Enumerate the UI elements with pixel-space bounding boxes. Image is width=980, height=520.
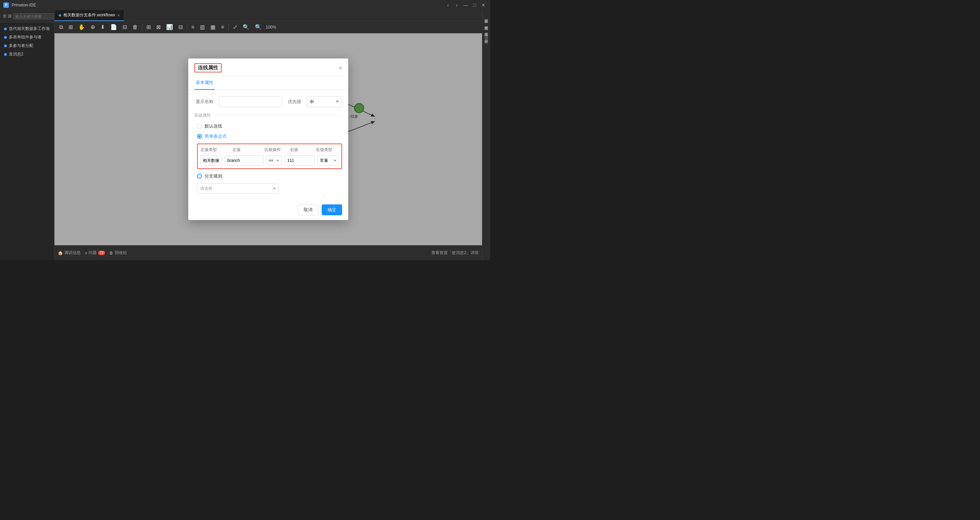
simple-expression-radio[interactable]	[197, 134, 202, 139]
close-btn[interactable]: ✕	[480, 2, 487, 8]
app-icon: P	[3, 2, 9, 8]
chart-btn[interactable]: 📊	[165, 23, 174, 31]
right-value-input[interactable]	[284, 155, 315, 166]
confirm-button[interactable]: 确定	[322, 205, 342, 215]
add-btn[interactable]: ⊕	[89, 23, 96, 31]
toolbar-divider3	[228, 24, 229, 31]
delete-btn[interactable]: 🗑	[131, 24, 139, 31]
right-tab-datasource[interactable]: 数据源	[482, 14, 490, 19]
recycle-label: 回收站	[115, 250, 127, 256]
align-center-btn[interactable]: ▥	[199, 23, 206, 31]
left-value-header: 左值	[232, 147, 262, 153]
left-sidebar: 资 源 ⊞ ↻ ≡ ▤ 迭代相关数据多工作项 多表单组件参与者 多参与者分配	[0, 10, 54, 260]
simple-expression-row: 简单表达式	[194, 133, 342, 140]
workflow-canvas[interactable]: 👤 人工活动2 👤 人工活动3 结束 连线属性 ×	[54, 33, 482, 245]
zoom-out-btn[interactable]: 🔍	[254, 23, 263, 31]
right-sidebar: 数据源 离线资源 三方服务 命名SQ	[482, 10, 490, 260]
modal-close-btn[interactable]: ×	[338, 65, 342, 71]
branch-rule-select[interactable]: 请选择	[197, 183, 279, 193]
bars-btn[interactable]: ▦	[209, 23, 217, 31]
table2-btn[interactable]: ⊠	[155, 23, 162, 31]
nav-forward-btn[interactable]: ›	[453, 2, 460, 8]
display-name-label: 显示名称	[194, 98, 213, 105]
modal-title: 连线属性	[194, 63, 221, 73]
branch-rule-label: 分支规则	[205, 173, 222, 179]
fullscreen-btn[interactable]: ⤢	[231, 23, 239, 31]
list-item[interactable]: 多表单组件参与者	[0, 33, 54, 41]
copy-btn[interactable]: ⧉	[58, 24, 64, 31]
right-type-header: 右值类型	[316, 147, 339, 153]
list-icon: ≡	[85, 250, 87, 255]
toolbar: ⧉ ⊞ ✋ ⊕ ⬇ 📄 ⊟ 🗑 ⊞ ⊠ 📊 ⊟ ≡ ▥ ▦ ≡ ⤢ 🔍 🔍 10…	[54, 21, 482, 33]
main-layout: 资 源 ⊞ ↻ ≡ ▤ 迭代相关数据多工作项 多表单组件参与者 多参与者分配	[0, 10, 490, 260]
list-item[interactable]: 发消息2	[0, 50, 54, 59]
branch-rule-option-row: 分支规则	[194, 173, 342, 179]
right-tab-offline[interactable]: 离线资源	[482, 21, 490, 26]
home-icon: 🏠	[58, 250, 63, 255]
minimize-btn[interactable]: —	[462, 2, 469, 8]
priority-label: 优先级	[288, 98, 301, 105]
right-tab-third-party[interactable]: 三方服务	[482, 27, 490, 33]
right-type-select[interactable]: 常量 流程变量 相关数据	[318, 155, 339, 166]
right-value-header: 右值	[290, 147, 313, 153]
workflow-tab-icon: ◆	[59, 13, 61, 17]
advanced-section-divider: 高级属性	[194, 113, 342, 118]
priority-group: 优先级 低 中 高	[288, 96, 342, 107]
right-tab-named-sq[interactable]: 命名SQ	[482, 34, 490, 45]
problems-item[interactable]: ≡ 问题 72	[85, 250, 105, 256]
expression-table: 左值类型 左值 比较操作 右值 右值类型 相关数据 流程变量 常量	[197, 144, 342, 169]
debug-label: 调试信息	[64, 250, 81, 256]
app-title: Primeton-IDE	[11, 3, 36, 8]
tab-close-btn[interactable]: ×	[117, 13, 120, 18]
file-btn[interactable]: 📄	[109, 23, 118, 31]
default-connection-label: 默认连线	[205, 123, 222, 129]
status-bar: 🏠 调试信息 ≡ 问题 72 🗑 回收站 查看资源「发消息2」详情	[54, 245, 482, 260]
minus-btn[interactable]: ⊟	[121, 23, 128, 31]
maximize-btn[interactable]: □	[471, 2, 478, 8]
default-connection-checkbox[interactable]	[197, 124, 202, 128]
tab-basic-properties[interactable]: 基本属性	[194, 76, 215, 90]
modal-tabs: 基本属性	[188, 76, 348, 90]
default-connection-row: 默认连线	[194, 123, 342, 129]
problems-label: 问题	[89, 250, 97, 256]
compare-op-header: 比较操作	[264, 147, 287, 153]
hand-btn[interactable]: ✋	[77, 23, 86, 31]
zoom-level: 100%	[266, 25, 277, 30]
toolbar-divider2	[187, 24, 187, 31]
cancel-button[interactable]: 取消	[298, 205, 318, 215]
simple-expression-label: 简单表达式	[205, 133, 227, 140]
left-value-input[interactable]	[224, 155, 264, 166]
tab-workflow[interactable]: ◆ 相关数据分支条件.workflowx ×	[54, 10, 124, 21]
toolbar-divider	[142, 24, 142, 31]
dot-icon	[4, 27, 7, 30]
priority-select[interactable]: 低 中 高	[307, 96, 342, 107]
expr-headers: 左值类型 左值 比较操作 右值 右值类型	[200, 147, 339, 153]
display-name-input[interactable]	[219, 96, 282, 107]
compare-op-select[interactable]: == != > <	[266, 155, 282, 166]
paste-btn[interactable]: ⊞	[67, 23, 74, 31]
list-item[interactable]: 多参与者分配	[0, 41, 54, 50]
modal-header: 连线属性 ×	[188, 59, 348, 76]
left-type-select[interactable]: 相关数据 流程变量 常量	[200, 155, 221, 166]
resource-label: 资	[3, 14, 6, 19]
advanced-label: 高级属性	[194, 113, 211, 118]
list-item[interactable]: 迭代相关数据多工作项	[0, 24, 54, 33]
download-btn[interactable]: ⬇	[99, 23, 106, 31]
center-btn[interactable]: ≡	[220, 24, 225, 31]
debug-info-item[interactable]: 🏠 调试信息	[58, 250, 81, 256]
modal-body: 显示名称 优先级 低 中 高	[188, 90, 348, 201]
branch-rule-radio[interactable]	[197, 174, 202, 179]
dot-icon	[4, 36, 7, 39]
align-left-btn[interactable]: ≡	[190, 24, 196, 31]
modal-footer: 取消 确定	[188, 201, 348, 220]
table-btn[interactable]: ⊞	[145, 23, 152, 31]
modal-overlay: 连线属性 × 基本属性 显示名称	[54, 33, 482, 245]
sidebar-list: 迭代相关数据多工作项 多表单组件参与者 多参与者分配 发消息2	[0, 22, 54, 260]
center-area: ◆ 相关数据分支条件.workflowx × ⧉ ⊞ ✋ ⊕ ⬇ 📄 ⊟ 🗑 ⊞…	[54, 10, 482, 260]
recycle-item[interactable]: 🗑 回收站	[109, 250, 127, 256]
problems-badge: 72	[98, 250, 105, 255]
expr-data-row: 相关数据 流程变量 常量 == != > <	[200, 155, 339, 166]
nav-back-btn[interactable]: ‹	[445, 2, 451, 8]
cols-btn[interactable]: ⊟	[177, 23, 184, 31]
zoom-in-btn[interactable]: 🔍	[241, 23, 251, 31]
